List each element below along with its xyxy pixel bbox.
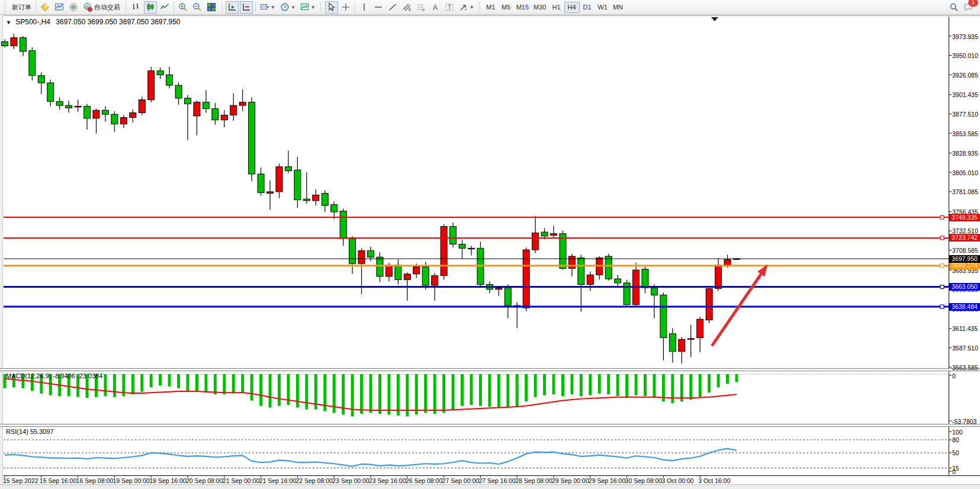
macd-indicator-label: MACD(12,26,9) -8.9406 -23.0384 — [6, 372, 102, 379]
chart-shift-marker[interactable] — [711, 17, 718, 21]
line-endpoint-handle — [940, 305, 944, 308]
time-tick-label: 20 Sep 08:00 — [186, 477, 223, 484]
rsi-tick-label: 0 — [952, 468, 979, 475]
time-tick-label: 16 Sep 08:00 — [76, 477, 113, 484]
time-tick-label: 27 Sep 00:00 — [442, 477, 479, 484]
macd-indicator[interactable] — [4, 374, 949, 416]
time-tick-label: 29 Sep 16:00 — [589, 477, 625, 484]
time-tick-label: 19 Sep 00:00 — [113, 477, 149, 484]
line-price-label: 3749.335 — [949, 214, 980, 221]
time-tick-label: 21 Sep 16:00 — [259, 477, 296, 484]
price-tick-label: 3563.585 — [952, 364, 979, 371]
price-tick-label: 3611.435 — [952, 325, 979, 332]
rsi-indicator-label: RSI(14) 55.3097 — [6, 428, 54, 435]
price-tick-label: 3781.085 — [952, 188, 979, 195]
rsi-indicator[interactable] — [4, 440, 949, 468]
price-tick-label: 3926.085 — [952, 72, 979, 79]
time-tick-label: 29 Sep 00:00 — [552, 477, 589, 484]
price-tick-label: 3877.510 — [952, 111, 979, 118]
chart-symbol-label: SP500-,H4 — [15, 18, 50, 26]
line-price-label: 3663.050 — [949, 283, 980, 291]
panel-separator-rsi[interactable] — [0, 424, 980, 427]
rsi-line — [5, 449, 737, 467]
candlesticks[interactable] — [2, 34, 740, 363]
time-tick-label: 15 Sep 2022 — [3, 477, 38, 484]
line-endpoint-handle — [940, 215, 944, 219]
window-bottom-border — [0, 484, 980, 489]
current-price-label: 3697.950 — [949, 255, 980, 263]
horizontal-line-objects[interactable] — [4, 215, 949, 308]
time-tick-label: 15 Sep 16:00 — [40, 477, 76, 484]
price-tick-label: 3805.010 — [952, 169, 979, 176]
time-tick-label: 23 Sep 00:00 — [332, 477, 369, 484]
price-tick-label: 3901.435 — [952, 91, 979, 98]
mt4-terminal: { "toolbar": { "new_order_label": "新订单",… — [0, 0, 980, 489]
price-tick-label: 3950.010 — [952, 52, 979, 59]
chart-title: ▼ SP500-,H4 3697.050 3699.050 3697.050 3… — [6, 18, 181, 26]
time-tick-label: 19 Sep 16:00 — [149, 477, 186, 484]
line-price-label: 3689.374 — [949, 262, 980, 269]
rsi-tick-label: 80 — [952, 436, 979, 443]
line-endpoint-handle — [940, 236, 944, 240]
panel-separator-macd[interactable] — [0, 368, 980, 371]
line-price-label: 3723.742 — [949, 234, 980, 242]
rsi-tick-label: 100 — [952, 429, 979, 436]
time-tick-label: 26 Sep 08:00 — [406, 477, 442, 484]
chart-ohlc-label: 3697.050 3699.050 3697.050 3697.950 — [56, 18, 180, 26]
rsi-tick-label: 50 — [952, 449, 979, 456]
line-endpoint-handle — [940, 285, 944, 289]
time-tick-label: 22 Sep 08:00 — [295, 477, 332, 484]
time-tick-label: 3 Oct 00:00 — [661, 477, 693, 484]
time-tick-label: 21 Sep 00:00 — [223, 477, 259, 484]
line-price-label: 3638.484 — [949, 303, 980, 311]
price-tick-label: 3828.935 — [952, 150, 979, 157]
one-click-trading-arrow[interactable]: ▼ — [6, 20, 11, 25]
line-endpoint-handle — [940, 264, 944, 268]
price-tick-label: 3853.585 — [952, 130, 979, 137]
price-tick-label: 3708.585 — [952, 247, 979, 254]
price-tick-label: 3587.510 — [952, 345, 979, 352]
chart-canvas[interactable] — [0, 0, 980, 489]
macd-tick-label: 0 — [952, 372, 979, 379]
macd-tick-label: -53.7803 — [952, 418, 979, 425]
time-tick-label: 3 Oct 16:00 — [698, 477, 730, 484]
time-tick-label: 30 Sep 08:00 — [625, 477, 662, 484]
time-tick-label: 27 Sep 16:00 — [478, 477, 515, 484]
time-tick-label: 23 Sep 16:00 — [369, 477, 406, 484]
time-tick-label: 28 Sep 08:00 — [515, 477, 552, 484]
price-tick-label: 3973.935 — [952, 33, 979, 40]
